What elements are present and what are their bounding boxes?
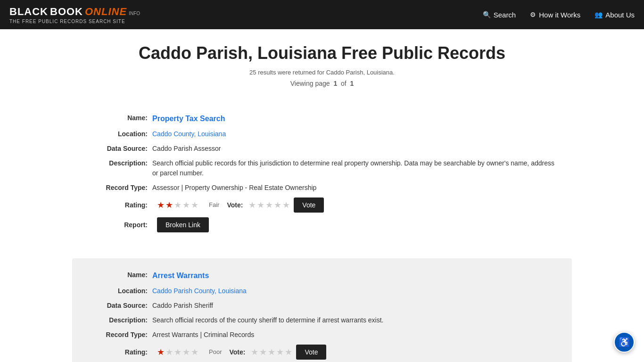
record-source-row-1: Data Source: Caddo Parish Assessor xyxy=(86,144,558,154)
star-1-5: ★ xyxy=(191,199,198,212)
vote-star-2-1[interactable]: ★ xyxy=(251,346,258,359)
vote-star-2-3[interactable]: ★ xyxy=(268,346,275,359)
vote-button-1[interactable]: Vote xyxy=(294,197,324,213)
logo-black: BLACK xyxy=(9,6,48,18)
location-label-2: Location: xyxy=(86,286,148,296)
accessibility-icon: ♿ xyxy=(619,337,630,348)
pagination-info: Viewing page 1 of 1 xyxy=(72,80,572,87)
pagination-total: 1 xyxy=(350,80,354,87)
desc-label-1: Description: xyxy=(86,158,148,178)
logo-info: INFO xyxy=(129,11,140,16)
nav-how-it-works-label: How it Works xyxy=(539,11,580,19)
nav-search-label: Search xyxy=(494,11,516,19)
record-location-2[interactable]: Caddo Parish County, Louisiana xyxy=(152,286,247,296)
star-2-1: ★ xyxy=(157,346,165,359)
logo-online: ONLINE xyxy=(85,6,127,18)
record-source-row-2: Data Source: Caddo Parish Sheriff xyxy=(86,301,558,311)
name-label: Name: xyxy=(86,113,148,124)
record-desc-2: Search official records of the county sh… xyxy=(152,315,383,325)
vote-star-2-4[interactable]: ★ xyxy=(276,346,284,359)
vote-section-1: Vote: ★ ★ ★ ★ ★ Vote xyxy=(227,197,324,213)
logo: BLACK BOOK ONLINE INFO THE FREE PUBLIC R… xyxy=(9,6,140,24)
type-label-1: Record Type: xyxy=(86,183,148,193)
record-source-2: Caddo Parish Sheriff xyxy=(152,301,213,311)
record-name-row-2: Name: Arrest Warrants xyxy=(86,270,558,281)
rating-text-2: Poor xyxy=(209,347,222,357)
vote-section-2: Vote: ★ ★ ★ ★ ★ Vote xyxy=(229,345,326,360)
record-location-row-1: Location: Caddo County, Louisiana xyxy=(86,129,558,139)
main-nav: 🔍 Search ⚙ How it Works 👥 About Us xyxy=(483,11,635,19)
record-name-1[interactable]: Property Tax Search xyxy=(152,113,225,124)
star-1-4: ★ xyxy=(182,199,190,212)
results-info: 25 results were returned for Caddo Paris… xyxy=(72,69,572,76)
record-desc-row-2: Description: Search official records of … xyxy=(86,315,558,325)
source-label-2: Data Source: xyxy=(86,301,148,311)
record-report-row-1: Report: Broken Link xyxy=(86,217,558,232)
rating-label-2: Rating: xyxy=(86,347,148,357)
source-label-1: Data Source: xyxy=(86,144,148,154)
record-desc-row-1: Description: Search official public reco… xyxy=(86,158,558,178)
report-label-1: Report: xyxy=(86,220,148,230)
page-title: Caddo Parish, Louisiana Free Public Reco… xyxy=(72,43,572,63)
record-type-row-1: Record Type: Assessor | Property Ownersh… xyxy=(86,183,558,193)
record-type-row-2: Record Type: Arrest Warrants | Criminal … xyxy=(86,330,558,340)
vote-label-1: Vote: xyxy=(227,200,243,210)
record-name-row: Name: Property Tax Search xyxy=(86,113,558,124)
main-content: Caddo Parish, Louisiana Free Public Reco… xyxy=(63,29,581,362)
record-rating-row-1: Rating: ★ ★ ★ ★ ★ Fair Vote: ★ ★ ★ ★ ★ V… xyxy=(86,197,558,213)
star-2-5: ★ xyxy=(191,346,198,359)
type-label-2: Record Type: xyxy=(86,330,148,340)
star-1-1: ★ xyxy=(157,199,165,212)
location-label-1: Location: xyxy=(86,129,148,139)
name-label-2: Name: xyxy=(86,270,148,281)
vote-button-2[interactable]: Vote xyxy=(296,345,326,360)
pagination-current: 1 xyxy=(333,80,337,87)
nav-about-us-label: About Us xyxy=(605,11,635,19)
nav-how-it-works[interactable]: ⚙ How it Works xyxy=(530,11,580,19)
search-icon: 🔍 xyxy=(483,11,491,18)
vote-star-1-5[interactable]: ★ xyxy=(282,199,290,212)
record-card-1: Name: Property Tax Search Location: Cadd… xyxy=(72,101,572,249)
vote-star-1-3[interactable]: ★ xyxy=(265,199,273,212)
record-card-2: Name: Arrest Warrants Location: Caddo Pa… xyxy=(72,258,572,362)
logo-book: BOOK xyxy=(50,6,83,18)
vote-star-1-1[interactable]: ★ xyxy=(248,199,256,212)
nav-about-us[interactable]: 👥 About Us xyxy=(594,11,635,19)
star-2-2: ★ xyxy=(165,346,173,359)
vote-label-2: Vote: xyxy=(229,347,245,357)
broken-link-button-1[interactable]: Broken Link xyxy=(157,217,209,232)
accessibility-button[interactable]: ♿ xyxy=(614,332,635,353)
vote-star-1-4[interactable]: ★ xyxy=(274,199,281,212)
people-icon: 👥 xyxy=(594,11,603,18)
vote-stars-1[interactable]: ★ ★ ★ ★ ★ xyxy=(248,199,290,212)
star-1-2: ★ xyxy=(165,199,173,212)
pagination-prefix: Viewing page xyxy=(290,80,330,87)
site-header: BLACK BOOK ONLINE INFO THE FREE PUBLIC R… xyxy=(0,0,644,29)
star-1-3: ★ xyxy=(174,199,182,212)
record-source-1: Caddo Parish Assessor xyxy=(152,144,221,154)
record-type-2: Arrest Warrants | Criminal Records xyxy=(152,330,254,340)
record-type-1: Assessor | Property Ownership - Real Est… xyxy=(152,183,316,193)
logo-subtitle: THE FREE PUBLIC RECORDS SEARCH SITE xyxy=(9,19,140,24)
vote-star-2-5[interactable]: ★ xyxy=(285,346,292,359)
record-desc-1: Search official public records for this … xyxy=(152,158,558,178)
rating-stars-2: ★ ★ ★ ★ ★ xyxy=(157,346,198,359)
record-location-row-2: Location: Caddo Parish County, Louisiana xyxy=(86,286,558,296)
vote-star-1-2[interactable]: ★ xyxy=(257,199,264,212)
vote-star-2-2[interactable]: ★ xyxy=(259,346,267,359)
vote-stars-2[interactable]: ★ ★ ★ ★ ★ xyxy=(251,346,292,359)
record-name-2[interactable]: Arrest Warrants xyxy=(152,270,209,281)
gear-icon: ⚙ xyxy=(530,11,536,18)
star-2-4: ★ xyxy=(182,346,190,359)
rating-text-1: Fair xyxy=(209,200,219,210)
rating-stars-1: ★ ★ ★ ★ ★ xyxy=(157,199,198,212)
record-rating-row-2: Rating: ★ ★ ★ ★ ★ Poor Vote: ★ ★ ★ ★ ★ V… xyxy=(86,345,558,360)
rating-label-1: Rating: xyxy=(86,200,148,210)
star-2-3: ★ xyxy=(174,346,182,359)
record-location-1[interactable]: Caddo County, Louisiana xyxy=(152,129,226,139)
desc-label-2: Description: xyxy=(86,315,148,325)
nav-search[interactable]: 🔍 Search xyxy=(483,11,516,19)
pagination-separator: of xyxy=(341,80,347,87)
